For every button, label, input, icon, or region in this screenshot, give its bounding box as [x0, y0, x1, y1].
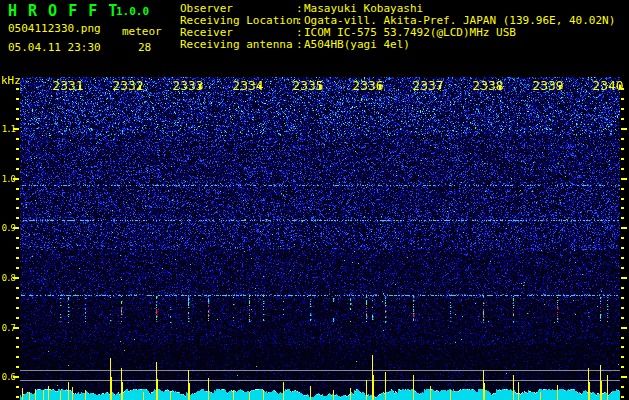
freq-tick-right [621, 287, 624, 289]
spectrogram-canvas [20, 77, 620, 400]
freq-tick-left [16, 287, 19, 289]
freq-tick-left [16, 396, 19, 398]
freq-tick-right [621, 317, 624, 319]
station-info-colon: : [296, 39, 304, 51]
station-info-table: Observer:Masayuki KobayashiReceiving Loc… [180, 3, 615, 51]
freq-tick-right [621, 376, 627, 378]
freq-tick-right [621, 108, 624, 110]
freq-tick-right [621, 366, 624, 368]
freq-tick-right [621, 148, 624, 150]
freq-tick-left [16, 337, 19, 339]
freq-tick-left [16, 88, 19, 90]
freq-tick-right [621, 237, 624, 239]
freq-tick-right [621, 198, 624, 200]
freq-tick-left [16, 168, 19, 170]
freq-tick-left [13, 327, 19, 329]
freq-tick-right [621, 168, 624, 170]
time-tick [559, 85, 561, 89]
freq-tick-left [16, 257, 19, 259]
freq-tick-right [621, 307, 624, 309]
freq-tick-left [16, 188, 19, 190]
freq-tick-right [621, 128, 627, 130]
freq-tick-left [16, 198, 19, 200]
freq-tick-left [13, 277, 19, 279]
freq-tick-right [621, 257, 624, 259]
freq-tick-right [621, 207, 624, 209]
output-filename: 0504112330.png [8, 23, 101, 34]
mode-label: meteor [122, 26, 162, 37]
time-tick [139, 85, 141, 89]
freq-tick-left [16, 366, 19, 368]
freq-tick-left [16, 148, 19, 150]
freq-tick-right [621, 178, 627, 180]
freq-tick-left [13, 376, 19, 378]
datetime-label: 05.04.11 23:30 [8, 42, 101, 53]
freq-tick-left [16, 207, 19, 209]
freq-tick-left [16, 237, 19, 239]
freq-tick-left [16, 317, 19, 319]
hrofft-window: H R O F F T 1.0.0 0504112330.png meteor … [0, 0, 629, 400]
freq-tick-left [16, 247, 19, 249]
freq-tick-left [16, 386, 19, 388]
freq-tick-right [621, 346, 624, 348]
freq-tick-left [16, 98, 19, 100]
freq-tick-left [16, 158, 19, 160]
freq-tick-right [621, 356, 624, 358]
app-version: 1.0.0 [116, 6, 149, 17]
freq-tick-left [16, 138, 19, 140]
station-info-label: Receiving antenna [180, 39, 296, 51]
freq-tick-right [621, 118, 624, 120]
time-tick [379, 85, 381, 89]
freq-tick-right [621, 396, 624, 398]
freq-tick-left [16, 307, 19, 309]
freq-tick-left [13, 227, 19, 229]
freq-tick-left [13, 128, 19, 130]
time-tick [319, 85, 321, 89]
freq-tick-right [621, 98, 624, 100]
freq-tick-right [621, 247, 624, 249]
app-title: H R O F F T [8, 4, 118, 19]
freq-tick-left [16, 356, 19, 358]
time-tick [259, 85, 261, 89]
freq-tick-right [621, 327, 627, 329]
meteor-count: 28 [138, 42, 151, 53]
time-tick [79, 85, 81, 89]
freq-tick-right [621, 217, 624, 219]
freq-tick-left [16, 267, 19, 269]
freq-tick-left [16, 108, 19, 110]
freq-tick-left [13, 178, 19, 180]
freq-tick-right [621, 88, 624, 90]
station-info-row: Receiving antenna:A504HB(yagi 4el) [180, 39, 615, 51]
time-tick [499, 85, 501, 89]
freq-tick-right [621, 158, 624, 160]
freq-tick-left [16, 217, 19, 219]
freq-axis-unit: kHz [1, 75, 21, 86]
freq-tick-right [621, 277, 627, 279]
freq-tick-right [621, 267, 624, 269]
freq-tick-left [16, 297, 19, 299]
freq-tick-right [621, 386, 624, 388]
freq-tick-left [16, 346, 19, 348]
freq-tick-left [16, 118, 19, 120]
time-tick [439, 85, 441, 89]
freq-tick-right [621, 297, 624, 299]
freq-tick-right [621, 337, 624, 339]
freq-tick-right [621, 138, 624, 140]
freq-tick-right [621, 227, 627, 229]
time-tick [199, 85, 201, 89]
freq-tick-right [621, 188, 624, 190]
station-info-value: A504HB(yagi 4el) [304, 39, 410, 51]
